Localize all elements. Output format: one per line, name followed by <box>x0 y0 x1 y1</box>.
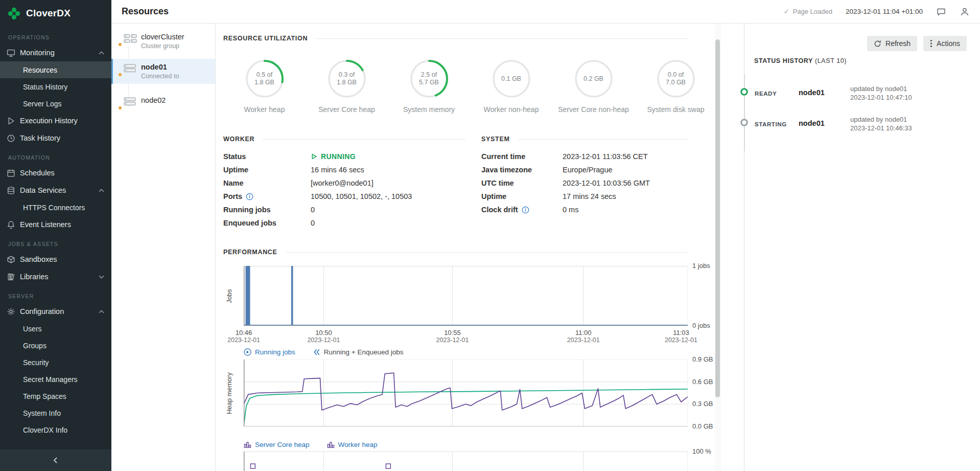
status-meta: updated by node012023-12-01 10:46:33 <box>850 115 912 132</box>
kv-value: 0 ms <box>563 206 578 214</box>
kv-row-current-time: Current time2023-12-01 11:03:56 CET <box>216 150 744 163</box>
legend-label: Running + Enqueued jobs <box>324 348 404 356</box>
gauge-system-disk-swap: 0.0 of7.0 GBSystem disk swap <box>635 59 717 114</box>
gauge-value-line: 0.0 of <box>668 71 684 79</box>
gauge-value-line: 0.3 of <box>339 71 355 79</box>
status-label: STARTING <box>755 121 787 127</box>
gauge-label: Worker heap <box>244 105 285 114</box>
gauge-system-memory: 2.5 of5.7 GBSystem memory <box>388 59 470 114</box>
panel-actions: Refresh Actions <box>867 36 967 51</box>
kv-value: 17 mins 24 secs <box>563 192 616 200</box>
heap-axis-label: Heap memory <box>225 372 233 414</box>
kv-row-uptime: Uptime17 mins 24 secs <box>216 190 744 203</box>
tree-item-clovercluster[interactable]: cloverClusterCluster group <box>111 29 215 54</box>
sidebar-item-execution-history[interactable]: Execution History <box>0 112 111 129</box>
gauge-label: System memory <box>403 105 455 114</box>
x-tick-date: 2023-12-01 <box>658 337 704 344</box>
kv-value: Europe/Prague <box>563 166 613 174</box>
cpu-usage-chart: 100 % <box>216 447 744 471</box>
refresh-button[interactable]: Refresh <box>867 36 917 51</box>
data-icon <box>7 186 15 195</box>
x-tick-date: 2023-12-01 <box>300 337 346 344</box>
gauge-label: System disk swap <box>647 105 704 114</box>
tree-items: cloverClusterCluster groupnode01Connecte… <box>111 24 215 108</box>
sidebar-item-https-connectors[interactable]: HTTPS Connectors <box>0 199 111 216</box>
gauge-value-line: 0.5 of <box>256 71 272 79</box>
sidebar-item-status-history[interactable]: Status History <box>0 78 111 95</box>
gauge-server-core-heap: 0.3 of1.8 GBServer Core heap <box>306 59 388 114</box>
jobs-ytick: 0 jobs <box>692 322 710 329</box>
gauge-value-line: 7.0 GB <box>666 79 686 86</box>
gauge-worker-heap: 0.5 of1.8 GBWorker heap <box>223 59 306 114</box>
sidebar-item-groups[interactable]: Groups <box>0 337 111 354</box>
kv-value: 2023-12-01 10:03:56 GMT <box>563 179 650 187</box>
updated-by: updated by node01 <box>850 115 912 124</box>
refresh-label: Refresh <box>885 39 911 48</box>
sidebar-item-system-info[interactable]: System Info <box>0 405 111 421</box>
kv-label: Enqueued jobs <box>223 219 276 227</box>
brand-name: CloverDX <box>26 8 71 19</box>
sidebar-item-cloverdx-info[interactable]: CloverDX Info <box>0 421 111 438</box>
user-account-icon[interactable] <box>960 7 970 17</box>
tree-item-name: cloverCluster <box>141 33 212 41</box>
heap-chart-plot <box>244 360 688 427</box>
gauge-value-line: 0.1 GB <box>501 75 521 83</box>
updated-by: updated by node01 <box>850 84 912 93</box>
status-meta: updated by node012023-12-01 10:47:10 <box>850 84 912 102</box>
jobs-chart: Jobs1 jobs0 jobs10:462023-12-0110:502023… <box>216 266 744 373</box>
actions-button[interactable]: Actions <box>923 36 967 51</box>
sidebar-item-security[interactable]: Security <box>0 354 111 371</box>
topbar-right: ✓ Page Loaded 2023-12-01 11:04 +01:00 <box>784 7 970 17</box>
check-icon: ✓ <box>784 8 789 15</box>
sidebar-item-sandboxes[interactable]: Sandboxes <box>0 251 111 268</box>
section-title: PERFORMANCE <box>223 249 277 256</box>
main-content: RESOURCE UTILIZATION 0.5 of1.8 GBWorker … <box>216 24 744 471</box>
kv-row-utc-time: UTC time2023-12-01 10:03:56 GMT <box>216 176 744 190</box>
x-tick-date: 2023-12-01 <box>221 337 267 344</box>
sidebar-group-label: OPERATIONS <box>0 27 111 44</box>
legend-running-enqueued-jobs[interactable]: Running + Enqueued jobs <box>313 348 404 356</box>
event-icon <box>7 220 15 229</box>
sidebar-group-label: AUTOMATION <box>0 147 111 164</box>
kv-row-java-timezone: Java timezoneEurope/Prague <box>216 163 744 176</box>
sidebar-item-server-logs[interactable]: Server Logs <box>0 95 111 112</box>
sidebar-item-event-listeners[interactable]: Event Listeners <box>0 216 111 233</box>
updated-time: 2023-12-01 10:47:10 <box>850 93 912 102</box>
status-history-title: STATUS HISTORY (LAST 10) <box>754 57 847 64</box>
sidebar-group-label: SERVER <box>0 285 111 303</box>
info-icon[interactable] <box>522 206 529 214</box>
node-name: node01 <box>799 88 825 97</box>
sidebar-item-resources[interactable]: Resources <box>0 61 111 78</box>
sidebar-item-data-services[interactable]: Data Services <box>0 182 111 199</box>
section-divider <box>316 38 688 39</box>
sidebar-item-label: Event Listeners <box>20 220 71 229</box>
tree-item-node02[interactable]: node02 <box>111 92 215 108</box>
sidebar-item-configuration[interactable]: Configuration <box>0 303 111 320</box>
sidebar-item-task-history[interactable]: Task History <box>0 129 111 147</box>
tree-item-node01[interactable]: node01Connected to <box>111 59 215 84</box>
sidebar-item-temp-spaces[interactable]: Temp Spaces <box>0 388 111 405</box>
server-node-icon <box>124 64 136 73</box>
sidebar: CloverDX OPERATIONSMonitoringResourcesSt… <box>0 0 111 471</box>
sidebar-item-label: Configuration <box>20 307 64 316</box>
gauge-value: 0.0 of7.0 GB <box>657 59 695 98</box>
legend-running-jobs[interactable]: Running jobs <box>244 348 295 356</box>
kv-label: Clock drift <box>481 206 529 214</box>
kv-label-text: Uptime <box>481 192 506 200</box>
brand[interactable]: CloverDX <box>0 0 111 27</box>
sidebar-item-monitoring[interactable]: Monitoring <box>0 44 111 61</box>
status-history-entry: READYnode01updated by node012023-12-01 1… <box>744 84 980 110</box>
chevron-up-icon <box>99 310 104 313</box>
section-title: RESOURCE UTILIZATION <box>223 35 308 42</box>
page-loaded-label: Page Loaded <box>793 8 832 15</box>
cloverdx-logo-icon <box>7 7 21 20</box>
worker-header: WORKER <box>223 136 465 143</box>
sidebar-item-libraries[interactable]: Libraries <box>0 268 111 285</box>
chevron-down-icon <box>99 275 104 279</box>
sidebar-item-users[interactable]: Users <box>0 320 111 337</box>
sidebar-collapse-button[interactable] <box>0 450 111 471</box>
sidebar-item-secret-managers[interactable]: Secret Managers <box>0 371 111 388</box>
sidebar-item-schedules[interactable]: Schedules <box>0 164 111 182</box>
main-scrollbar-thumb[interactable] <box>715 39 720 397</box>
feedback-bubble-icon[interactable] <box>936 7 946 17</box>
